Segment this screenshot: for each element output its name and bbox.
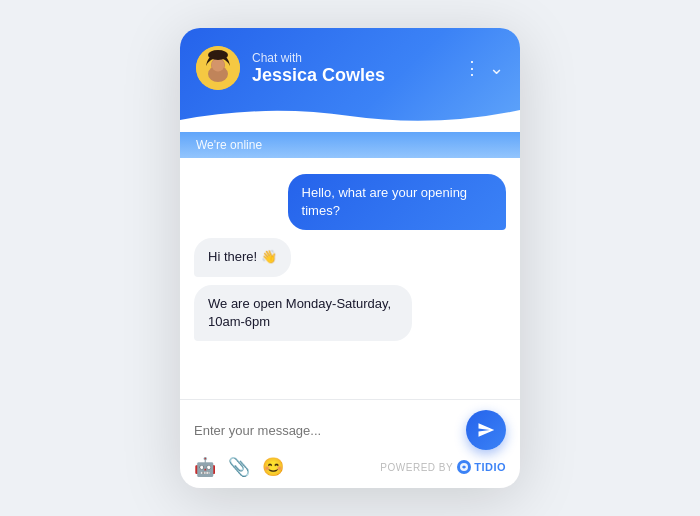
incoming-message: We are open Monday-Saturday, 10am-6pm <box>194 285 412 341</box>
header-actions: ⋮ ⌄ <box>463 57 504 79</box>
attach-icon[interactable]: 📎 <box>228 456 250 478</box>
svg-point-4 <box>208 50 228 60</box>
chevron-down-icon[interactable]: ⌄ <box>489 57 504 79</box>
outgoing-message: Hello, what are your opening times? <box>288 174 506 230</box>
message-input[interactable] <box>194 419 458 442</box>
chat-widget: Chat with Jessica Cowles ⋮ ⌄ We're onlin… <box>180 28 520 488</box>
chat-header: Chat with Jessica Cowles ⋮ ⌄ <box>180 28 520 134</box>
tidio-icon <box>457 460 471 474</box>
emoji-icon[interactable]: 😊 <box>262 456 284 478</box>
agent-name: Jessica Cowles <box>252 65 451 86</box>
input-row <box>194 410 506 450</box>
chat-input-area: 🤖 📎 😊 POWERED BY TIDIO <box>180 399 520 488</box>
messages-area: Hello, what are your opening times? Hi t… <box>180 158 520 399</box>
online-bar: We're online <box>180 132 520 158</box>
avatar <box>196 46 240 90</box>
online-text: We're online <box>196 138 262 152</box>
powered-by: POWERED BY TIDIO <box>380 460 506 474</box>
chat-header-info: Chat with Jessica Cowles <box>252 51 451 86</box>
bot-icon[interactable]: 🤖 <box>194 456 216 478</box>
svg-point-3 <box>212 59 225 72</box>
tidio-brand: TIDIO <box>457 460 506 474</box>
incoming-message: Hi there! 👋 <box>194 238 291 276</box>
message-row: Hello, what are your opening times? <box>194 174 506 230</box>
chat-toolbar: 🤖 📎 😊 POWERED BY TIDIO <box>194 450 506 478</box>
more-icon[interactable]: ⋮ <box>463 57 481 79</box>
send-button[interactable] <box>466 410 506 450</box>
message-row: Hi there! 👋 <box>194 238 506 276</box>
message-row: We are open Monday-Saturday, 10am-6pm <box>194 285 506 341</box>
chat-subtitle: Chat with <box>252 51 451 65</box>
